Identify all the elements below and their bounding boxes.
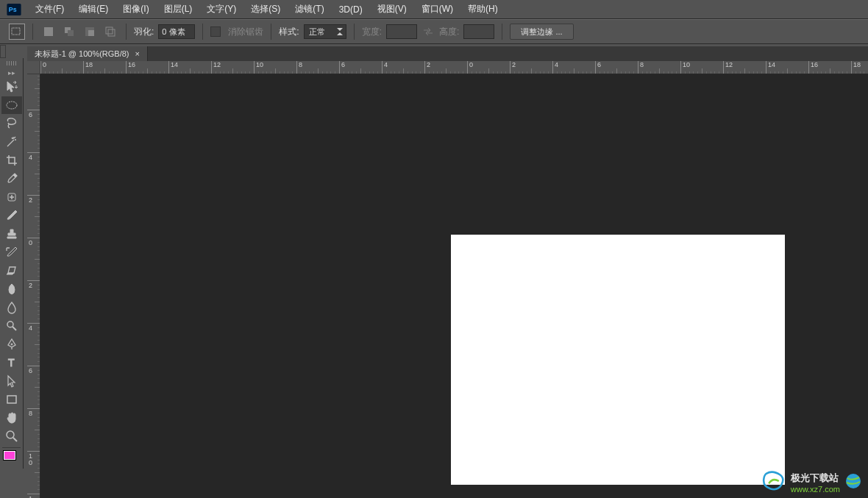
height-input <box>463 24 494 39</box>
sel-add-icon[interactable] <box>61 24 77 40</box>
height-label: 高度: <box>439 26 459 38</box>
svg-rect-7 <box>88 30 94 36</box>
stamp-tool-icon[interactable] <box>1 225 22 243</box>
menu-select[interactable]: 选择(S) <box>243 0 288 18</box>
sel-subtract-icon[interactable] <box>82 24 98 40</box>
eraser-tool-icon[interactable] <box>1 262 22 280</box>
toolbox-grip[interactable] <box>0 60 23 67</box>
width-label: 宽度: <box>362 26 382 38</box>
heal-tool-icon[interactable] <box>1 188 22 206</box>
style-label: 样式: <box>279 26 299 38</box>
antialias-checkbox[interactable] <box>210 26 221 37</box>
feather-input[interactable] <box>158 24 195 39</box>
zoom-tool-icon[interactable] <box>1 427 22 445</box>
svg-point-10 <box>7 102 17 109</box>
document-tab-title: 未标题-1 @ 100%(RGB/8) <box>35 49 129 60</box>
eyedropper-tool-icon[interactable] <box>1 170 22 188</box>
history-brush-tool-icon[interactable] <box>1 243 22 261</box>
svg-rect-3 <box>44 27 53 36</box>
crop-tool-icon[interactable] <box>1 152 22 169</box>
path-select-tool-icon[interactable] <box>1 372 22 390</box>
separator <box>126 24 127 40</box>
left-toolbox: ▸▸ T <box>0 58 24 469</box>
menu-layer[interactable]: 图层(L) <box>157 0 200 18</box>
menu-image[interactable]: 图像(I) <box>115 0 156 18</box>
sel-intersect-icon[interactable] <box>102 24 118 40</box>
menu-type[interactable]: 文字(Y) <box>199 0 243 18</box>
move-tool-icon[interactable] <box>1 78 22 96</box>
feather-label: 羽化: <box>134 26 154 38</box>
marquee-tool-icon[interactable] <box>1 96 22 114</box>
separator <box>354 24 355 40</box>
lasso-tool-icon[interactable] <box>1 115 22 132</box>
svg-text:T: T <box>8 357 15 369</box>
svg-rect-8 <box>106 27 113 34</box>
toolbox-expand-icon[interactable]: ▸▸ <box>0 68 23 77</box>
gradient-tool-icon[interactable] <box>1 280 22 298</box>
hand-tool-icon[interactable] <box>1 409 22 427</box>
menu-file[interactable]: 文件(F) <box>28 0 71 18</box>
style-dropdown[interactable]: 正常 <box>304 24 346 39</box>
document-tab-bar: 未标题-1 @ 100%(RGB/8) × <box>27 46 868 61</box>
refine-edge-button[interactable]: 调整边缘 ... <box>510 24 573 40</box>
document-tab[interactable]: 未标题-1 @ 100%(RGB/8) × <box>27 46 148 61</box>
tool-preset-icon[interactable] <box>9 24 25 40</box>
watermark-url: www.xz7.com <box>791 485 840 494</box>
watermark: 极光下载站 www.xz7.com <box>761 471 862 494</box>
blur-tool-icon[interactable] <box>1 299 22 316</box>
tab-close-icon[interactable]: × <box>135 49 140 58</box>
options-bar: 羽化: 消除锯齿 样式: 正常 宽度: 高度: 调整边缘 ... <box>0 19 868 44</box>
swap-wh-icon[interactable] <box>421 26 435 37</box>
svg-point-16 <box>7 431 14 438</box>
shape-tool-icon[interactable] <box>1 391 22 408</box>
watermark-text: 极光下载站 www.xz7.com <box>791 472 840 494</box>
app-logo: Ps <box>6 3 22 16</box>
vertical-ruler[interactable]: 8642024681012 <box>27 74 40 498</box>
svg-point-12 <box>7 321 13 327</box>
svg-rect-15 <box>7 396 16 403</box>
width-input <box>386 24 417 39</box>
separator <box>32 24 33 40</box>
foreground-color[interactable] <box>4 451 15 460</box>
separator <box>502 24 502 40</box>
type-tool-icon[interactable]: T <box>1 354 22 371</box>
panel-handle[interactable] <box>0 45 6 58</box>
menu-filter[interactable]: 滤镜(T) <box>288 0 331 18</box>
watermark-title: 极光下载站 <box>791 472 840 485</box>
svg-point-17 <box>846 474 861 488</box>
separator <box>271 24 271 40</box>
watermark-logo-icon <box>761 471 786 494</box>
menu-help[interactable]: 帮助(H) <box>460 0 505 18</box>
pen-tool-icon[interactable] <box>1 335 22 353</box>
ruler-corner <box>27 61 40 74</box>
canvas-area[interactable]: 极光下载站 www.xz7.com <box>40 74 868 498</box>
menu-edit[interactable]: 编辑(E) <box>71 0 115 18</box>
wand-tool-icon[interactable] <box>1 133 22 151</box>
color-swatch[interactable] <box>4 451 20 464</box>
brush-tool-icon[interactable] <box>1 207 22 224</box>
svg-rect-9 <box>108 29 115 36</box>
watermark-globe-icon <box>844 472 862 492</box>
horizontal-ruler[interactable]: 018161412108642024681012141618 <box>27 61 868 74</box>
menu-window[interactable]: 窗口(W) <box>414 0 460 18</box>
svg-text:Ps: Ps <box>9 6 17 13</box>
svg-rect-5 <box>68 30 74 36</box>
separator <box>202 24 203 40</box>
menu-view[interactable]: 视图(V) <box>370 0 414 18</box>
dodge-tool-icon[interactable] <box>1 317 22 335</box>
antialias-label: 消除锯齿 <box>228 26 263 38</box>
document-canvas[interactable] <box>451 235 785 485</box>
svg-rect-2 <box>12 28 20 35</box>
menu-3d[interactable]: 3D(D) <box>332 1 370 18</box>
menu-bar: Ps 文件(F) 编辑(E) 图像(I) 图层(L) 文字(Y) 选择(S) 滤… <box>0 0 868 19</box>
svg-point-13 <box>11 344 13 345</box>
sel-new-icon[interactable] <box>40 24 57 40</box>
